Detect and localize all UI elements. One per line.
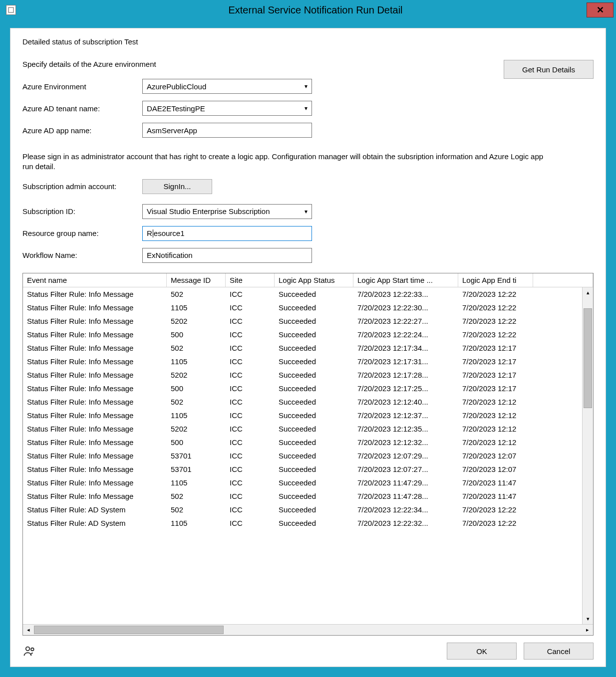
scroll-thumb[interactable] <box>584 308 592 408</box>
cell-message-id: 502 <box>167 344 226 352</box>
tenant-combo[interactable]: DAE2ETestingPE ▾ <box>142 101 312 116</box>
cell-status: Succeeded <box>275 425 353 433</box>
tenant-value: DAE2ETestingPE <box>147 104 205 113</box>
resource-group-field[interactable]: Resource1 <box>142 226 312 241</box>
dialog-window: External Service Notification Run Detail… <box>0 0 616 677</box>
cell-message-id: 1105 <box>167 357 226 366</box>
col-header-start[interactable]: Logic App Start time ... <box>353 273 458 287</box>
table-row[interactable]: Status Filter Rule: Info Message1105ICCS… <box>23 409 582 422</box>
subscription-id-combo[interactable]: Visual Studio Enterprise Subscription ▾ <box>142 204 312 219</box>
table-row[interactable]: Status Filter Rule: Info Message53701ICC… <box>23 462 582 476</box>
cell-site: ICC <box>226 344 275 352</box>
scroll-thumb[interactable] <box>34 626 224 634</box>
horizontal-scrollbar[interactable]: ◂ ▸ <box>23 624 593 635</box>
close-button[interactable]: ✕ <box>587 2 614 17</box>
cell-message-id: 5202 <box>167 317 226 325</box>
cell-status: Succeeded <box>275 290 353 298</box>
cell-event: Status Filter Rule: Info Message <box>23 384 167 393</box>
cell-end: 7/20/2023 12:12 <box>458 425 533 433</box>
signin-button[interactable]: SignIn... <box>142 179 212 194</box>
table-row[interactable]: Status Filter Rule: Info Message502ICCSu… <box>23 341 582 355</box>
cell-end: 7/20/2023 12:22 <box>458 317 533 325</box>
cell-end: 7/20/2023 12:22 <box>458 290 533 298</box>
cell-status: Succeeded <box>275 303 353 312</box>
tenant-label: Azure AD tenant name: <box>22 104 142 113</box>
cell-event: Status Filter Rule: Info Message <box>23 290 167 298</box>
scroll-down-icon[interactable]: ▾ <box>583 613 593 624</box>
cell-start: 7/20/2023 11:47:28... <box>353 492 458 500</box>
cancel-button[interactable]: Cancel <box>524 643 594 660</box>
user-icon <box>22 644 36 658</box>
cell-status: Succeeded <box>275 384 353 393</box>
table-row[interactable]: Status Filter Rule: Info Message5202ICCS… <box>23 314 582 328</box>
grid-header: Event name Message ID Site Logic App Sta… <box>23 273 593 287</box>
cell-status: Succeeded <box>275 411 353 420</box>
scroll-left-icon[interactable]: ◂ <box>23 625 34 636</box>
cell-status: Succeeded <box>275 492 353 500</box>
workflow-value: ExNotification <box>147 251 193 259</box>
table-row[interactable]: Status Filter Rule: Info Message1105ICCS… <box>23 301 582 314</box>
table-row[interactable]: Status Filter Rule: Info Message500ICCSu… <box>23 436 582 449</box>
app-icon <box>6 5 16 15</box>
cell-event: Status Filter Rule: Info Message <box>23 465 167 473</box>
cell-message-id: 1105 <box>167 478 226 487</box>
table-row[interactable]: Status Filter Rule: Info Message500ICCSu… <box>23 328 582 341</box>
table-row[interactable]: Status Filter Rule: AD System502ICCSucce… <box>23 503 582 516</box>
table-row[interactable]: Status Filter Rule: Info Message1105ICCS… <box>23 476 582 489</box>
cell-start: 7/20/2023 12:22:30... <box>353 303 458 312</box>
app-name-field[interactable]: AsmServerApp <box>142 123 312 138</box>
col-header-site[interactable]: Site <box>226 273 275 287</box>
cell-start: 7/20/2023 12:12:37... <box>353 411 458 420</box>
svg-point-2 <box>31 648 34 651</box>
cell-start: 7/20/2023 12:17:28... <box>353 371 458 379</box>
table-row[interactable]: Status Filter Rule: Info Message500ICCSu… <box>23 382 582 395</box>
cell-message-id: 1105 <box>167 303 226 312</box>
table-row[interactable]: Status Filter Rule: Info Message502ICCSu… <box>23 489 582 503</box>
get-run-details-button[interactable]: Get Run Details <box>504 60 594 79</box>
cell-start: 7/20/2023 12:22:27... <box>353 317 458 325</box>
scroll-track[interactable] <box>583 298 593 614</box>
table-row[interactable]: Status Filter Rule: Info Message502ICCSu… <box>23 287 582 301</box>
cell-event: Status Filter Rule: Info Message <box>23 371 167 379</box>
col-header-message-id[interactable]: Message ID <box>167 273 226 287</box>
cell-end: 7/20/2023 12:12 <box>458 411 533 420</box>
table-row[interactable]: Status Filter Rule: Info Message5202ICCS… <box>23 422 582 436</box>
cell-end: 7/20/2023 12:17 <box>458 384 533 393</box>
chevron-down-icon: ▾ <box>305 83 308 90</box>
col-header-end[interactable]: Logic App End ti <box>458 273 533 287</box>
cell-start: 7/20/2023 12:07:29... <box>353 451 458 460</box>
table-row[interactable]: Status Filter Rule: Info Message53701ICC… <box>23 449 582 462</box>
workflow-field[interactable]: ExNotification <box>142 248 312 263</box>
cell-site: ICC <box>226 478 275 487</box>
text-caret <box>153 229 153 237</box>
scroll-track[interactable] <box>34 625 582 635</box>
azure-env-combo[interactable]: AzurePublicCloud ▾ <box>142 79 312 94</box>
col-header-event[interactable]: Event name <box>23 273 167 287</box>
scroll-right-icon[interactable]: ▸ <box>582 625 593 636</box>
cell-start: 7/20/2023 12:22:34... <box>353 505 458 514</box>
table-row[interactable]: Status Filter Rule: Info Message502ICCSu… <box>23 395 582 409</box>
admin-acct-label: Subscription admin account: <box>22 182 142 191</box>
cell-message-id: 502 <box>167 492 226 500</box>
cell-event: Status Filter Rule: AD System <box>23 505 167 514</box>
cell-site: ICC <box>226 519 275 527</box>
cell-end: 7/20/2023 12:22 <box>458 519 533 527</box>
table-row[interactable]: Status Filter Rule: Info Message5202ICCS… <box>23 368 582 382</box>
table-row[interactable]: Status Filter Rule: Info Message1105ICCS… <box>23 355 582 368</box>
cell-end: 7/20/2023 12:17 <box>458 344 533 352</box>
cell-event: Status Filter Rule: Info Message <box>23 451 167 460</box>
cell-start: 7/20/2023 12:07:27... <box>353 465 458 473</box>
vertical-scrollbar[interactable]: ▴ ▾ <box>582 287 593 625</box>
cell-start: 7/20/2023 12:22:32... <box>353 519 458 527</box>
scroll-up-icon[interactable]: ▴ <box>583 287 593 298</box>
table-row[interactable]: Status Filter Rule: AD System1105ICCSucc… <box>23 516 582 530</box>
cell-status: Succeeded <box>275 317 353 325</box>
cell-site: ICC <box>226 330 275 339</box>
cell-site: ICC <box>226 465 275 473</box>
cell-event: Status Filter Rule: Info Message <box>23 303 167 312</box>
cell-message-id: 502 <box>167 505 226 514</box>
col-header-status[interactable]: Logic App Status <box>275 273 353 287</box>
cell-status: Succeeded <box>275 344 353 352</box>
ok-button[interactable]: OK <box>447 643 517 660</box>
cell-status: Succeeded <box>275 465 353 473</box>
